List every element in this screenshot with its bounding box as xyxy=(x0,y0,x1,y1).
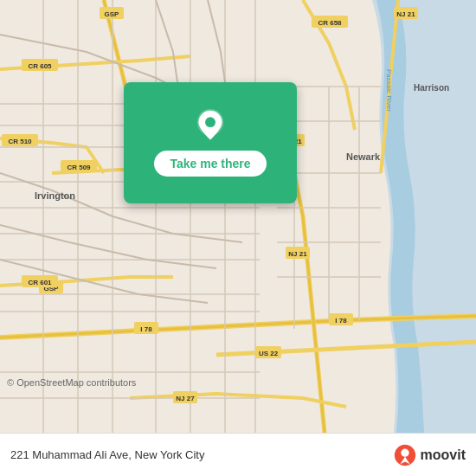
svg-point-62 xyxy=(205,117,215,127)
location-pin-icon xyxy=(194,109,227,142)
svg-text:NJ 21: NJ 21 xyxy=(396,10,415,18)
svg-text:I 78: I 78 xyxy=(335,317,347,325)
svg-text:Newark: Newark xyxy=(346,151,381,162)
action-card: Take me there xyxy=(124,82,297,203)
svg-text:I 78: I 78 xyxy=(140,325,152,333)
svg-text:NJ 21: NJ 21 xyxy=(288,250,307,258)
svg-point-64 xyxy=(401,448,408,456)
svg-text:GSP: GSP xyxy=(105,10,120,18)
svg-text:Passaic River: Passaic River xyxy=(385,69,393,112)
map-container: CR 605 CR 509 CR 510 GSP GSP CR 601 I 78… xyxy=(0,0,476,433)
svg-text:CR 509: CR 509 xyxy=(67,164,91,171)
take-me-there-button[interactable]: Take me there xyxy=(154,151,266,177)
moovit-logo-text: moovit xyxy=(421,447,466,463)
moovit-brand-icon xyxy=(393,443,417,467)
svg-text:CR 601: CR 601 xyxy=(28,279,52,286)
map-svg: CR 605 CR 509 CR 510 GSP GSP CR 601 I 78… xyxy=(0,0,476,433)
moovit-logo: moovit xyxy=(393,443,466,467)
svg-text:NJ 27: NJ 27 xyxy=(176,395,195,402)
bottom-bar: 221 Muhammad Ali Ave, New York City moov… xyxy=(0,433,476,476)
svg-text:Irvington: Irvington xyxy=(35,190,75,201)
svg-text:CR 605: CR 605 xyxy=(28,62,52,70)
address-text: 221 Muhammad Ali Ave, New York City xyxy=(10,448,205,461)
svg-text:CR 510: CR 510 xyxy=(8,138,32,145)
svg-text:US 22: US 22 xyxy=(259,350,279,357)
svg-text:Harrison: Harrison xyxy=(414,83,449,93)
svg-text:CR 658: CR 658 xyxy=(318,19,342,27)
osm-credit: © OpenStreetMap contributors xyxy=(7,377,136,388)
